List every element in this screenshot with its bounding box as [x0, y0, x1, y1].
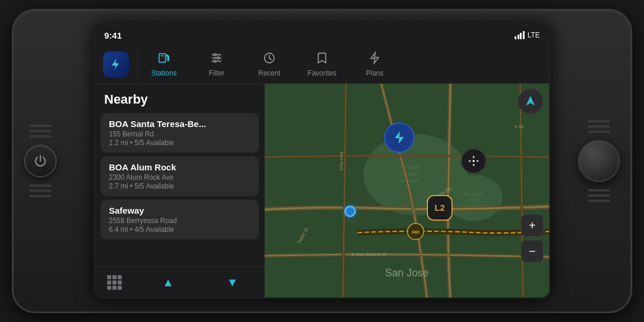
svg-text:E San Antonio St: E San Antonio St: [352, 252, 388, 257]
right-vent-top: [588, 120, 610, 133]
zoom-in-button[interactable]: +: [521, 214, 543, 237]
station-address-2: 2300 Alum Rock Ave: [109, 173, 251, 181]
grid-dot: [112, 286, 117, 290]
bookmark-icon: [316, 52, 328, 67]
vent-line: [588, 200, 610, 202]
svg-text:Alum Rock: Alum Rock: [340, 152, 344, 172]
tab-plans-label: Plans: [366, 69, 383, 77]
svg-text:Municipal: Municipal: [400, 172, 417, 177]
map-zoom-controls: + −: [521, 214, 543, 262]
grid-dot: [118, 280, 122, 285]
location-button[interactable]: [518, 88, 543, 114]
vent-line: [588, 131, 610, 133]
l2-marker: L2: [427, 195, 453, 221]
svg-rect-1: [159, 54, 166, 63]
station-address-3: 2558 Berryessa Road: [109, 217, 251, 225]
status-time: 9:41: [104, 30, 122, 40]
map-marker-current-location: [344, 205, 356, 217]
svg-text:San Jose: San Jose: [385, 267, 429, 279]
left-vent: [29, 125, 52, 138]
station-meta-1: 1.2 mi • 5/5 Available: [109, 139, 251, 147]
vent-line: [29, 195, 52, 197]
svg-marker-28: [526, 96, 535, 106]
svg-text:Penitencia: Penitencia: [464, 192, 484, 196]
tab-stations[interactable]: Stations: [138, 46, 190, 83]
tab-stations-label: Stations: [151, 69, 176, 77]
map-area: San Jose Municipal Golf Course Penitenci…: [265, 84, 549, 297]
station-card-1[interactable]: BOA Santa Teresa-Be... 155 Bernal Rd. 1.…: [101, 113, 259, 153]
station-name-1: BOA Santa Teresa-Be...: [109, 119, 251, 129]
svg-text:San Jose: San Jose: [398, 164, 419, 170]
svg-point-8: [214, 60, 216, 63]
tab-recent-label: Recent: [258, 69, 280, 77]
nav-down-button[interactable]: ▼: [213, 271, 252, 294]
svg-point-7: [217, 57, 220, 59]
vent-line: [588, 194, 610, 197]
left-panel: Nearby BOA Santa Teresa-Be... 155 Bernal…: [95, 84, 265, 297]
svg-marker-0: [112, 59, 119, 70]
grid-dot: [118, 275, 122, 279]
right-side-controls: [578, 120, 620, 202]
tab-favorites-label: Favorites: [307, 69, 336, 77]
map-marker-bolt[interactable]: [384, 122, 415, 153]
station-meta-3: 6.4 mi • 4/5 Available: [109, 225, 251, 234]
station-address-1: 155 Bernal Rd.: [109, 130, 251, 138]
app-icon-wrapper: [95, 46, 138, 83]
vent-line: [29, 125, 52, 127]
vent-line: [29, 190, 52, 192]
svg-marker-29: [395, 131, 404, 144]
nav-up-button[interactable]: ▲: [148, 271, 188, 294]
tab-filter[interactable]: Filter: [190, 46, 243, 83]
vent-line: [29, 184, 52, 187]
signal-bar-4: [523, 31, 525, 39]
app-icon[interactable]: [103, 52, 129, 77]
signal-bar-3: [520, 33, 522, 39]
right-vent-bottom: [588, 189, 610, 202]
grid-dot: [107, 280, 111, 285]
svg-text:Creek: Creek: [468, 198, 479, 202]
vent-line: [588, 189, 610, 191]
power-button[interactable]: [24, 145, 57, 177]
tab-plans[interactable]: Plans: [348, 46, 401, 83]
svg-point-30: [472, 160, 475, 162]
map-marker-l2[interactable]: L2: [427, 195, 453, 221]
vent-line: [588, 125, 610, 128]
status-signal: LTE: [515, 31, 540, 39]
map-marker-move[interactable]: [461, 148, 487, 174]
tab-filter-label: Filter: [209, 69, 225, 77]
grid-button[interactable]: [107, 275, 124, 290]
clock-icon: [263, 52, 276, 67]
signal-bar-2: [518, 35, 519, 39]
station-card-2[interactable]: BOA Alum Rock 2300 Alum Rock Ave 2.7 mi …: [101, 156, 259, 196]
nav-tabs: Stations Filter: [138, 46, 549, 83]
bolt-marker: [384, 122, 415, 153]
station-card-3[interactable]: Safeway 2558 Berryessa Road 6.4 mi • 4/5…: [101, 200, 259, 239]
sliders-icon: [210, 52, 223, 67]
signal-bars: [515, 31, 525, 39]
main-content: Nearby BOA Santa Teresa-Be... 155 Bernal…: [95, 84, 549, 297]
vent-line: [588, 120, 610, 122]
left-side-controls: [24, 125, 57, 197]
car-head-unit: 9:41 LTE: [12, 9, 632, 313]
carplay-screen: 9:41 LTE: [94, 23, 550, 299]
tab-recent[interactable]: Recent: [243, 46, 296, 83]
signal-bar-1: [515, 36, 516, 39]
bolt-icon: [368, 52, 381, 67]
station-name-3: Safeway: [109, 205, 251, 215]
app-nav-row: Stations Filter: [95, 46, 549, 84]
volume-knob[interactable]: [578, 140, 620, 182]
vent-line: [29, 130, 52, 132]
tab-favorites[interactable]: Favorites: [296, 46, 348, 83]
grid-dot: [112, 280, 117, 285]
grid-dot: [118, 286, 122, 290]
left-vent-bottom: [29, 184, 52, 197]
station-list: BOA Santa Teresa-Be... 155 Bernal Rd. 1.…: [95, 113, 265, 267]
svg-point-6: [214, 54, 216, 56]
nearby-heading: Nearby: [95, 84, 265, 113]
grid-dot: [107, 275, 111, 279]
svg-text:N Rd: N Rd: [514, 125, 523, 129]
vent-line: [29, 135, 52, 138]
station-name-2: BOA Alum Rock: [109, 162, 251, 172]
zoom-out-button[interactable]: −: [521, 240, 543, 262]
svg-text:680: 680: [412, 229, 420, 235]
